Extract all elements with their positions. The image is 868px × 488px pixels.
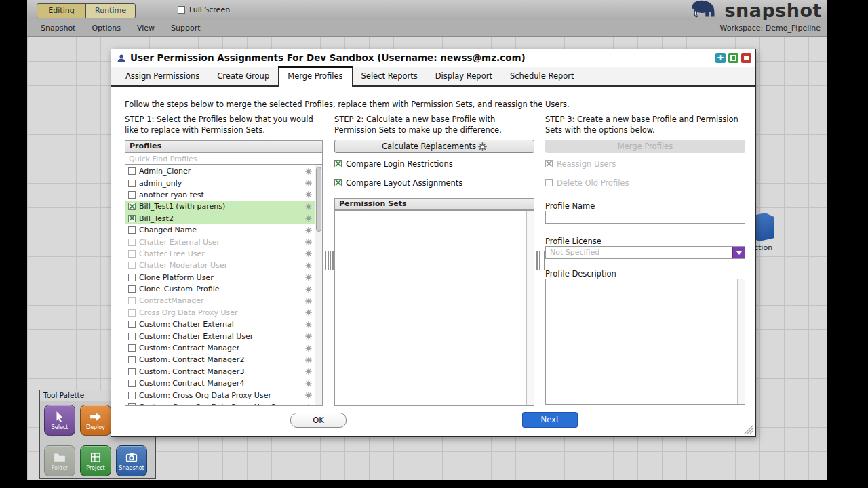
profile-checkbox[interactable] (128, 262, 136, 269)
profile-checkbox[interactable] (128, 191, 136, 199)
fullscreen-checkbox[interactable] (178, 6, 185, 14)
profile-gear-icon[interactable] (305, 215, 312, 222)
profile-row[interactable]: Custom: Cross Org Data Proxy User (125, 389, 322, 401)
profile-checkbox[interactable] (128, 239, 136, 246)
profile-checkbox[interactable] (128, 203, 136, 210)
merge-profiles-button[interactable]: Merge Profiles (545, 140, 745, 153)
option-checkbox[interactable] (334, 179, 342, 186)
palette-button-select[interactable]: Select (44, 405, 75, 436)
profile-row[interactable]: Bill_Test2 (125, 213, 322, 224)
profile-gear-icon[interactable] (305, 203, 312, 210)
tab-assign-permissions[interactable]: Assign Permissions (117, 66, 208, 85)
profiles-scrollbar-track[interactable] (315, 165, 322, 405)
profile-gear-icon[interactable] (305, 168, 312, 175)
profile-checkbox[interactable] (128, 226, 136, 234)
profile-gear-icon[interactable] (305, 274, 312, 281)
profile-checkbox[interactable] (128, 285, 136, 293)
profile-gear-icon[interactable] (305, 262, 312, 269)
profile-row[interactable]: Custom: Contract Manager3 (125, 366, 322, 378)
option-checkbox[interactable] (545, 179, 553, 186)
option-compare-layout-assignments[interactable]: Compare Layout Assignments (334, 178, 462, 188)
profile-name-input[interactable] (545, 211, 745, 224)
profile-row[interactable]: Bill_Test1 (with parens) (125, 201, 322, 212)
calculate-replacements-button[interactable]: Calculate Replacements (334, 140, 534, 153)
profile-checkbox[interactable] (128, 274, 136, 281)
profile-checkbox[interactable] (128, 180, 136, 187)
profile-checkbox[interactable] (128, 380, 136, 387)
profile-row[interactable]: Custom: Contract Manager4 (125, 378, 322, 389)
profile-gear-icon[interactable] (305, 345, 312, 352)
quick-find-profiles-input[interactable] (125, 152, 323, 165)
option-checkbox[interactable] (545, 160, 553, 167)
profile-checkbox[interactable] (128, 403, 136, 406)
profile-row[interactable]: Custom: Cross Org Data Proxy User2 (125, 401, 322, 406)
window-close-button[interactable] (741, 53, 751, 63)
profile-gear-icon[interactable] (305, 250, 312, 257)
profile-gear-icon[interactable] (305, 227, 312, 234)
palette-button-snapshot[interactable]: Snapshot (116, 445, 147, 476)
menu-item-support[interactable]: Support (171, 24, 200, 33)
next-button[interactable]: Next (522, 412, 578, 428)
permission-sets-scrollbar-track[interactable] (526, 211, 534, 405)
tab-create-group[interactable]: Create Group (208, 66, 278, 85)
profile-gear-icon[interactable] (305, 404, 312, 407)
profiles-scrollbar-thumb[interactable] (316, 167, 321, 232)
profile-checkbox[interactable] (128, 368, 136, 375)
profile-row[interactable]: Custom: Chatter External User (125, 330, 322, 342)
option-reassign-users[interactable]: Reassign Users (545, 159, 629, 169)
menu-item-options[interactable]: Options (92, 24, 120, 33)
description-scrollbar-track[interactable] (737, 279, 745, 404)
profile-license-select[interactable]: Not Specified (545, 246, 745, 259)
ok-button[interactable]: OK (290, 413, 347, 428)
profile-checkbox[interactable] (128, 344, 136, 352)
column-splitter-right[interactable] (536, 251, 545, 270)
profile-checkbox[interactable] (128, 309, 136, 317)
runtime-mode-button[interactable]: Runtime (86, 4, 135, 18)
profile-gear-icon[interactable] (305, 180, 312, 186)
resize-grip-icon[interactable] (742, 423, 753, 434)
option-checkbox[interactable] (334, 160, 342, 167)
profile-row[interactable]: Cross Org Data Proxy User (125, 307, 322, 319)
profile-gear-icon[interactable] (305, 191, 312, 198)
profile-checkbox[interactable] (128, 356, 136, 363)
profile-row[interactable]: Custom: Contract Manager (125, 342, 322, 354)
profile-checkbox[interactable] (128, 167, 136, 175)
profile-row[interactable]: admin_only (125, 177, 322, 188)
profile-gear-icon[interactable] (305, 239, 312, 245)
profile-description-input[interactable] (546, 279, 745, 404)
tab-select-reports[interactable]: Select Reports (353, 66, 427, 85)
profile-row[interactable]: Admin_Cloner (125, 165, 322, 177)
profile-gear-icon[interactable] (305, 309, 312, 316)
profile-gear-icon[interactable] (305, 298, 312, 304)
profile-gear-icon[interactable] (305, 368, 312, 375)
option-delete-old-profiles[interactable]: Delete Old Profiles (545, 178, 629, 188)
chevron-down-icon[interactable] (732, 247, 745, 258)
profile-checkbox[interactable] (128, 250, 136, 258)
editing-mode-button[interactable]: Editing (37, 4, 86, 18)
profile-gear-icon[interactable] (305, 333, 312, 340)
profile-row[interactable]: another ryan test (125, 189, 322, 201)
menu-item-view[interactable]: View (137, 24, 155, 33)
palette-button-deploy[interactable]: Deploy (80, 405, 111, 436)
profile-gear-icon[interactable] (305, 286, 312, 293)
profile-gear-icon[interactable] (305, 392, 312, 399)
profile-gear-icon[interactable] (305, 321, 312, 328)
option-compare-login-restrictions[interactable]: Compare Login Restrictions (334, 159, 462, 169)
profile-row[interactable]: Clone Platform User (125, 272, 322, 283)
tab-merge-profiles[interactable]: Merge Profiles (278, 66, 352, 87)
profile-row[interactable]: Custom: Contract Manager2 (125, 354, 322, 365)
profile-row[interactable]: ContractManager (125, 295, 322, 306)
menu-item-snapshot[interactable]: Snapshot (41, 24, 75, 33)
profile-row[interactable]: Chatter Moderator User (125, 260, 322, 271)
tab-display-report[interactable]: Display Report (427, 66, 501, 85)
profile-checkbox[interactable] (128, 333, 136, 340)
profile-gear-icon[interactable] (305, 357, 312, 363)
window-add-button[interactable] (715, 53, 726, 63)
profile-row[interactable]: Custom: Chatter External (125, 319, 322, 330)
dialog-title-bar[interactable]: User Permission Assignments For Dev Sand… (111, 49, 755, 66)
profile-checkbox[interactable] (128, 392, 136, 399)
profile-gear-icon[interactable] (305, 380, 312, 387)
column-splitter-left[interactable] (325, 251, 334, 270)
tab-schedule-report[interactable]: Schedule Report (501, 66, 583, 85)
profile-checkbox[interactable] (128, 297, 136, 304)
